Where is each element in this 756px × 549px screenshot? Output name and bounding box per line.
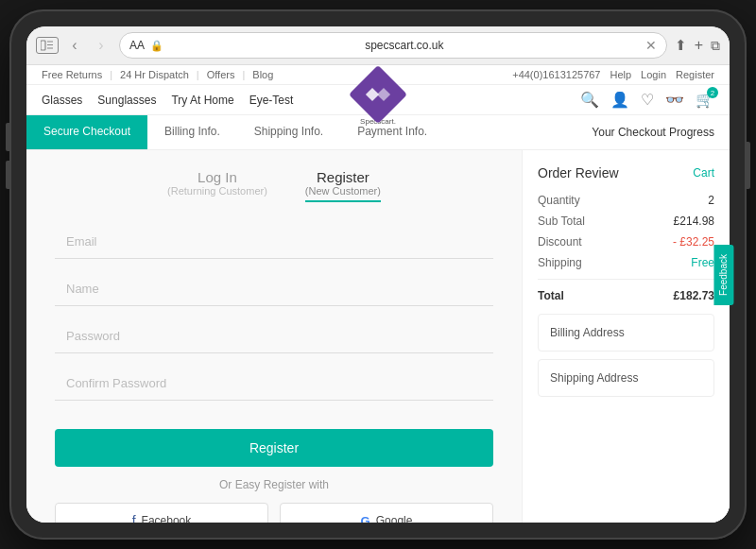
login-link[interactable]: Login (641, 69, 666, 80)
quantity-label: Quantity (538, 194, 580, 207)
register-tab-subtitle: (New Customer) (305, 185, 381, 197)
nav-eye-test[interactable]: Eye-Test (249, 94, 294, 107)
share-icon[interactable]: ⬆ (675, 37, 687, 54)
shipping-row: Shipping Free (538, 256, 714, 269)
site-header: Glasses Sunglasses Try At Home Eye-Test … (26, 85, 730, 115)
back-button[interactable]: ‹ (64, 35, 85, 56)
order-summary-panel: Order Review Cart Quantity 2 Sub Total £… (522, 150, 730, 523)
register-button[interactable]: Register (55, 429, 493, 467)
offers-link[interactable]: Offers (207, 69, 235, 80)
tab-shipping-info[interactable]: Shipping Info. (237, 115, 340, 149)
wishlist-icon[interactable]: ♡ (641, 91, 654, 109)
checkout-progress-label: Your Checkout Progress (576, 126, 730, 139)
total-row: Total £182.73 (538, 289, 714, 302)
register-tab-title: Register (305, 169, 381, 185)
register-tab[interactable]: Register (New Customer) (305, 169, 381, 202)
tab-secure-checkout[interactable]: Secure Checkout (26, 115, 147, 149)
cart-link[interactable]: Cart (693, 166, 714, 180)
auth-panel: Log In (Returning Customer) Register (Ne… (26, 150, 522, 523)
browser-chrome: ‹ › AA 🔒 specscart.co.uk ✕ ⬆ + ⧉ (26, 26, 730, 65)
facebook-icon: f (132, 513, 136, 523)
order-review-header: Order Review Cart (538, 165, 714, 180)
order-review-title: Order Review (538, 165, 619, 180)
google-icon: G (361, 514, 370, 523)
register-link[interactable]: Register (676, 69, 714, 80)
browser-actions: ⬆ + ⧉ (675, 37, 720, 54)
nav-glasses[interactable]: Glasses (42, 94, 82, 107)
sidebar-toggle-button[interactable] (36, 37, 59, 54)
forward-button[interactable]: › (91, 35, 112, 56)
shipping-value: Free (691, 256, 714, 269)
website-content: Free Returns | 24 Hr Dispatch | Offers |… (26, 65, 730, 523)
name-field-group (55, 272, 493, 306)
help-link[interactable]: Help (610, 69, 631, 80)
subtotal-row: Sub Total £214.98 (538, 214, 714, 228)
dispatch-label: 24 Hr Dispatch (120, 69, 189, 80)
email-input[interactable] (55, 225, 493, 259)
discount-value: - £32.25 (673, 235, 714, 249)
subtotal-label: Sub Total (538, 214, 585, 228)
google-login-button[interactable]: G Google (280, 503, 493, 523)
login-tab-subtitle: (Returning Customer) (167, 185, 267, 197)
quantity-row: Quantity 2 (538, 194, 714, 207)
blog-link[interactable]: Blog (252, 69, 273, 80)
or-easy-register-text: Or Easy Register with (55, 478, 493, 491)
address-bar[interactable]: AA 🔒 specscart.co.uk ✕ (119, 32, 667, 59)
shipping-address-section[interactable]: Shipping Address (538, 359, 714, 397)
url-text: specscart.co.uk (169, 39, 640, 52)
name-input[interactable] (55, 272, 493, 306)
order-divider (538, 279, 714, 280)
header-icons: 🔍 👤 ♡ 👓 🛒 2 (580, 91, 714, 109)
svg-rect-0 (41, 41, 45, 50)
auth-tabs: Log In (Returning Customer) Register (Ne… (55, 169, 493, 202)
top-bar-left: Free Returns | 24 Hr Dispatch | Offers |… (42, 69, 273, 80)
account-icon[interactable]: 👤 (610, 91, 629, 109)
facebook-label: Facebook (142, 514, 192, 523)
facebook-login-button[interactable]: f Facebook (55, 503, 268, 523)
nav-sunglasses[interactable]: Sunglasses (97, 94, 156, 107)
total-label: Total (538, 289, 564, 302)
confirm-password-input[interactable] (55, 367, 493, 401)
password-field-group (55, 319, 493, 353)
lock-icon: 🔒 (150, 40, 163, 52)
nav-try-at-home[interactable]: Try At Home (171, 94, 233, 107)
password-input[interactable] (55, 319, 493, 353)
tab-billing-info[interactable]: Billing Info. (147, 115, 237, 149)
shipping-label: Shipping (538, 256, 582, 269)
free-returns-label: Free Returns (42, 69, 102, 80)
phone-number: +44(0)1613125767 (512, 69, 600, 80)
confirm-password-field-group (55, 367, 493, 401)
site-logo[interactable]: Specscart. (357, 74, 399, 126)
login-tab-title: Log In (167, 169, 267, 185)
aa-text: AA (129, 39, 145, 52)
billing-address-section[interactable]: Billing Address (538, 314, 714, 352)
subtotal-value: £214.98 (674, 214, 714, 228)
top-bar-right: +44(0)1613125767 Help Login Register (512, 69, 714, 80)
feedback-button[interactable]: Feedback (714, 245, 734, 305)
cart-badge: 2 (707, 87, 718, 98)
discount-label: Discount (538, 235, 582, 249)
total-value: £182.73 (674, 289, 714, 302)
social-login-buttons: f Facebook G Google (55, 503, 493, 523)
cart-icon[interactable]: 🛒 2 (696, 91, 714, 109)
discount-row: Discount - £32.25 (538, 235, 714, 249)
login-tab[interactable]: Log In (Returning Customer) (167, 169, 267, 202)
glasses-icon[interactable]: 👓 (665, 91, 684, 109)
google-label: Google (376, 514, 413, 523)
new-tab-icon[interactable]: + (695, 37, 703, 54)
close-tab-icon[interactable]: ✕ (645, 38, 657, 53)
main-nav: Glasses Sunglasses Try At Home Eye-Test (42, 94, 293, 107)
search-icon[interactable]: 🔍 (580, 91, 599, 109)
tabs-icon[interactable]: ⧉ (711, 38, 720, 54)
email-field-group (55, 225, 493, 259)
main-content: Log In (Returning Customer) Register (Ne… (26, 150, 730, 523)
quantity-value: 2 (708, 194, 714, 207)
